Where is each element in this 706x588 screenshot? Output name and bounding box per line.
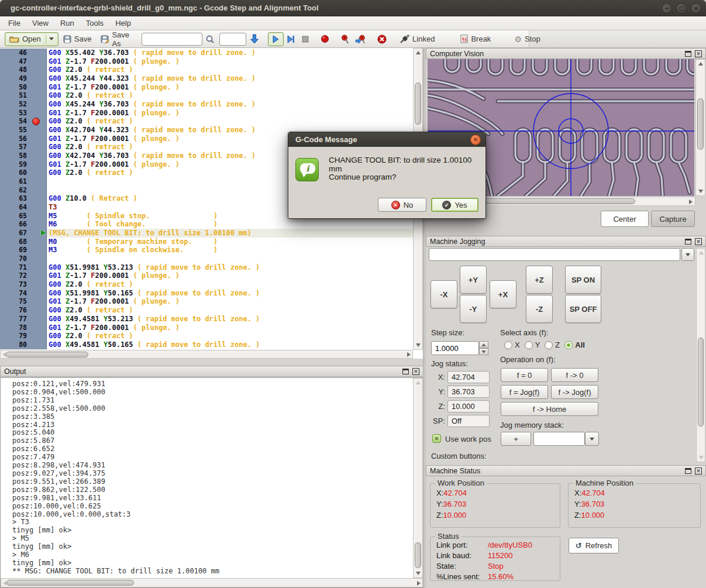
code-line[interactable]: 76G00 Z2.0 ( retract ) <box>0 306 413 315</box>
line-number-gutter[interactable]: 50 <box>0 83 47 92</box>
menu-item-tools[interactable]: Tools <box>80 17 109 29</box>
use-work-pos-checkbox[interactable]: ✕ <box>432 434 441 443</box>
jog-command-combo-dropdown[interactable] <box>681 248 694 261</box>
code-line[interactable]: 69M3 ( Spindle on clockwise. ) <box>0 246 413 255</box>
line-number-gutter[interactable]: 58 <box>0 152 47 160</box>
close-panel-icon[interactable]: ✕ <box>695 50 702 57</box>
axis-radio-z[interactable]: Z <box>545 341 560 349</box>
cv-vertical-scrollbar[interactable] <box>695 59 705 196</box>
line-number-gutter[interactable]: 80 <box>0 341 47 349</box>
line-number-gutter[interactable]: 66 <box>0 220 47 229</box>
radio-icon[interactable] <box>525 341 533 349</box>
cv-center-button[interactable]: Center <box>601 211 649 227</box>
axis-radio-all[interactable]: All <box>564 341 585 349</box>
jog-memory-add-button[interactable]: + <box>501 432 531 446</box>
line-number-gutter[interactable]: 64 <box>0 203 47 212</box>
line-number-gutter[interactable]: 76 <box>0 306 47 315</box>
jog-z-minus-button[interactable]: -Z <box>526 295 553 323</box>
horizontal-splitter[interactable] <box>0 359 423 366</box>
editor-horizontal-scrollbar[interactable] <box>0 350 413 359</box>
refresh-button[interactable]: ↺ Refresh <box>569 538 619 553</box>
code-line[interactable]: 79G00 Z2.0 ( retract ) <box>0 332 413 341</box>
minimize-button[interactable]: − <box>662 3 672 13</box>
axis-radio-y[interactable]: Y <box>525 341 540 349</box>
code-line[interactable]: 47G01 Z-1.7 F200.0001 ( plunge. ) <box>0 57 413 66</box>
spindle-on-button[interactable]: SP ON <box>565 266 601 294</box>
goto-button[interactable] <box>246 32 263 46</box>
code-line[interactable]: 72G01 Z-1.7 F200.0001 ( plunge. ) <box>0 271 413 280</box>
save-as-button[interactable]: Save As <box>96 32 134 46</box>
radio-icon[interactable] <box>545 341 553 349</box>
step-size-spin-down[interactable] <box>479 348 488 355</box>
cancel-button[interactable] <box>374 32 390 46</box>
line-number-gutter[interactable]: 60 <box>0 169 47 177</box>
float-panel-icon[interactable] <box>685 51 691 57</box>
line-number-gutter[interactable]: 55 <box>0 126 47 135</box>
code-line[interactable]: 54G00 Z2.0 ( retract ) <box>0 117 413 126</box>
step-size-spin-up[interactable] <box>479 341 488 348</box>
line-number-gutter[interactable]: 75 <box>0 297 47 306</box>
break-button[interactable]: G1 Break <box>456 32 495 46</box>
run-play-button[interactable] <box>268 32 284 46</box>
editor-vscroll-thumb[interactable] <box>415 82 421 125</box>
goto-line-input[interactable] <box>219 33 246 46</box>
line-number-gutter[interactable]: 65 <box>0 212 47 221</box>
code-line[interactable]: 49G00 X45.244 Y44.323 ( rapid move to dr… <box>0 74 413 83</box>
jog-field-value-z[interactable]: 10.000 <box>447 400 490 412</box>
line-number-gutter[interactable]: 53 <box>0 109 47 118</box>
search-button[interactable] <box>202 32 218 46</box>
close-panel-icon[interactable]: ✕ <box>412 368 419 375</box>
axis-radio-x[interactable]: X <box>504 341 520 349</box>
menu-item-run[interactable]: Run <box>54 17 80 29</box>
dialog-close-button[interactable]: ✕ <box>470 135 481 145</box>
float-panel-icon[interactable] <box>685 239 691 245</box>
save-button[interactable]: Save <box>58 32 97 46</box>
code-line[interactable]: 50G01 Z-1.7 F200.0001 ( plunge. ) <box>0 83 413 92</box>
stop-machine-button[interactable]: ⚙ Stop <box>509 32 545 46</box>
set-pin-button[interactable] <box>337 32 352 46</box>
code-line[interactable]: 52G00 X45.244 Y36.703 ( rapid move to dr… <box>0 100 413 109</box>
line-number-gutter[interactable]: 57 <box>0 143 47 152</box>
editor-hscroll-thumb[interactable] <box>6 352 88 357</box>
op-f-home-button[interactable]: f -> Home <box>501 402 598 416</box>
code-line[interactable]: 77G00 X49.4581 Y53.213 ( rapid move to d… <box>0 315 413 324</box>
line-number-gutter[interactable]: 54 <box>0 117 47 126</box>
search-input[interactable] <box>142 33 202 46</box>
step-button[interactable] <box>284 32 298 46</box>
line-number-gutter[interactable]: 77 <box>0 315 47 324</box>
op-f-eq-0-button[interactable]: f = 0 <box>501 368 548 382</box>
float-panel-icon[interactable] <box>685 468 691 474</box>
code-line[interactable]: 71G00 X51.9981 Y53.213 ( rapid move to d… <box>0 263 413 272</box>
line-number-gutter[interactable]: 51 <box>0 91 47 100</box>
line-number-gutter[interactable]: 59 <box>0 160 47 169</box>
window-titlebar[interactable]: gc-controller-interface-grbl-shield_dril… <box>0 0 706 16</box>
jog-y-minus-button[interactable]: -Y <box>460 295 487 323</box>
code-line[interactable]: 75G01 Z-1.7 F200.0001 ( plunge. ) <box>0 297 413 306</box>
code-line[interactable]: 67(MSG, CHANGE TOOL BIT: to drill size 1… <box>0 229 413 238</box>
op-f-to-0-button[interactable]: f -> 0 <box>551 368 598 382</box>
close-panel-icon[interactable]: ✕ <box>695 238 702 245</box>
jog-y-plus-button[interactable]: +Y <box>460 266 487 294</box>
record-button[interactable] <box>317 32 333 46</box>
line-number-gutter[interactable]: 79 <box>0 332 47 341</box>
code-line[interactable]: 78G01 Z-1.7 F200.0001 ( plunge. ) <box>0 324 413 332</box>
dialog-yes-button[interactable]: ✔ Yes <box>431 198 478 212</box>
output-console[interactable]: posz:0.121,vel:479.931posz:0.904,vel:500… <box>0 377 423 588</box>
linked-toggle-button[interactable]: Linked <box>395 32 439 46</box>
code-line[interactable]: 66M6 ( Tool change. ) <box>0 220 413 229</box>
line-number-gutter[interactable]: 72 <box>0 271 47 280</box>
jog-memory-dropdown[interactable] <box>585 432 599 446</box>
float-panel-icon[interactable] <box>402 369 409 374</box>
spindle-off-button[interactable]: SP OFF <box>565 295 601 323</box>
radio-icon[interactable] <box>504 341 512 349</box>
line-number-gutter[interactable]: 46 <box>0 49 47 57</box>
jogging-vertical-scrollbar[interactable] <box>696 248 705 462</box>
jog-command-combo-input[interactable] <box>429 248 680 261</box>
line-number-gutter[interactable]: 73 <box>0 280 47 289</box>
cv-capture-button[interactable]: Capture <box>651 211 695 227</box>
step-size-input[interactable] <box>431 341 479 355</box>
output-vscroll-thumb[interactable] <box>415 542 421 568</box>
line-number-gutter[interactable]: 71 <box>0 263 47 272</box>
pause-stop-button[interactable] <box>298 32 312 46</box>
code-line[interactable]: 48G00 Z2.0 ( retract ) <box>0 66 413 74</box>
